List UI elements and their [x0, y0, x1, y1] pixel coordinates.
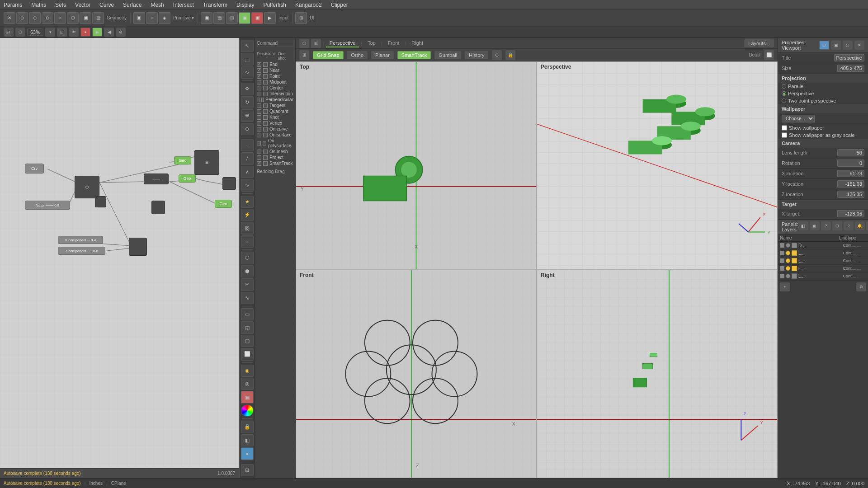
tool-pan[interactable]: ✥ [241, 83, 254, 95]
tool-extend[interactable]: ⤡ [241, 292, 254, 304]
snap-end-oneshot[interactable] [263, 62, 268, 67]
snap-smarttrack-oneshot[interactable] [263, 161, 268, 166]
gh-node-geo2[interactable]: Geo [179, 174, 196, 183]
smart-track-btn[interactable]: SmartTrack [397, 51, 431, 59]
tool-transform[interactable]: ⬡ [241, 252, 254, 264]
tool-curve[interactable]: ∿ [241, 179, 254, 191]
radio-parallel[interactable]: Parallel [778, 83, 868, 90]
tb2-settings[interactable]: ⚙ [116, 28, 126, 37]
menu-mesh[interactable]: Mesh [149, 1, 165, 9]
menu-sets[interactable]: Sets [53, 1, 68, 9]
snap-quadrant-persistent[interactable] [257, 109, 261, 114]
viewport-split-icon[interactable]: ⊞ [311, 39, 321, 48]
tool-zoom[interactable]: ⊕ [241, 109, 254, 122]
tool-grid-icon[interactable]: ⊞ [241, 464, 254, 476]
gumball-btn[interactable]: Gumball [434, 51, 461, 59]
layer-icon-2[interactable]: ▣ [810, 221, 820, 230]
tab-top[interactable]: Top [364, 39, 379, 47]
menu-kangaroo2[interactable]: Kangaroo2 [293, 1, 324, 9]
tab-right[interactable]: Right [408, 39, 427, 47]
layer-icon-5[interactable]: ? [844, 221, 854, 230]
snap-onpolysurface-oneshot[interactable] [263, 141, 267, 145]
xloc-input[interactable] [837, 170, 864, 177]
tb-prim-1[interactable]: ▣ [133, 12, 145, 24]
snap-onmesh-oneshot[interactable] [263, 150, 268, 154]
tb2-rewind[interactable]: ◀ [104, 28, 114, 37]
menu-intersect[interactable]: Intersect [171, 1, 196, 9]
tab-front[interactable]: Front [384, 39, 403, 47]
props-icon-view[interactable]: ⊡ [819, 41, 829, 50]
radio-perspective[interactable]: Perspective [778, 90, 868, 97]
snap-intersection-persistent[interactable] [257, 92, 261, 96]
snap-onsurface[interactable]: On surface [257, 132, 293, 138]
menu-surface[interactable]: Surface [121, 1, 143, 9]
snap-end[interactable]: End [257, 61, 293, 67]
viewport-right[interactable]: Right [537, 270, 778, 478]
wallpaper-choose-select[interactable]: Choose... [782, 115, 815, 122]
tool-array[interactable]: ⬢ [241, 265, 254, 277]
snap-oncurve-oneshot[interactable] [263, 127, 268, 131]
tb-input-red[interactable]: ▣ [251, 12, 263, 24]
snap-knot-persistent[interactable] [257, 115, 261, 120]
snap-midpoint-persistent[interactable] [257, 80, 261, 84]
snap-tangent-oneshot[interactable] [263, 103, 268, 108]
snap-oncurve[interactable]: On curve [257, 126, 293, 132]
snap-onpolysurface-persistent[interactable] [257, 141, 261, 145]
tool-point[interactable]: · [241, 139, 254, 151]
layer-icon-3[interactable]: ? [821, 221, 831, 230]
tb2-eye[interactable]: 👁 [69, 28, 79, 37]
snap-onmesh-persistent[interactable] [257, 150, 261, 154]
props-icon-obj[interactable]: ▣ [831, 41, 841, 50]
snap-near[interactable]: Near [257, 67, 293, 73]
layer-settings[interactable]: ⚙ [866, 221, 868, 230]
snap-knot[interactable]: Knot [257, 114, 293, 120]
radio-parallel-dot[interactable] [782, 84, 786, 89]
layer-row-1[interactable]: L... Conti... ... [778, 249, 868, 257]
gh-node-xcomp[interactable]: X component ─ 0.4 [58, 236, 103, 244]
viewport-tab-icon[interactable]: ⬡ [299, 39, 309, 48]
snap-center-persistent[interactable] [257, 86, 261, 90]
zloc-input[interactable] [837, 191, 864, 198]
tool-trim[interactable]: ✂ [241, 278, 254, 291]
layer-settings-btn[interactable]: ⚙ [856, 282, 866, 291]
gh-node-factor[interactable]: factor ─── 0.8 [25, 201, 70, 210]
snap-center-oneshot[interactable] [263, 86, 268, 90]
gh-node-geo3[interactable]: Geo [215, 200, 232, 208]
radio-perspective-dot[interactable] [782, 91, 786, 96]
snap-quadrant[interactable]: Quadrant [257, 108, 293, 114]
tab-perspective[interactable]: Perspective [326, 39, 359, 47]
tool-hatch[interactable]: ▣ [241, 391, 254, 403]
snap-tangent-persistent[interactable] [257, 103, 261, 108]
tool-select-lasso[interactable]: ∿ [241, 66, 254, 79]
tb2-grasshopper-icon[interactable]: GH [4, 28, 14, 37]
props-icon-mat[interactable]: ◎ [843, 41, 853, 50]
menu-curve[interactable]: Curve [98, 1, 116, 9]
xtarget-input[interactable] [837, 210, 864, 217]
snap-center[interactable]: Center [257, 85, 293, 91]
tb-btn-8[interactable]: ▨ [92, 12, 104, 24]
menu-transform[interactable]: Transform [201, 1, 229, 9]
tool-surface1[interactable]: ▭ [241, 308, 254, 320]
snap-onpolysurface[interactable]: On polysurface [257, 138, 293, 149]
maximize-icon[interactable]: ⬜ [764, 50, 774, 60]
gh-node-cluster2[interactable] [222, 177, 236, 190]
tool-star[interactable]: ★ [241, 196, 254, 208]
tb-btn-6[interactable]: ⬡ [67, 12, 79, 24]
gh-node-node2[interactable]: ─── [144, 174, 169, 184]
tool-rotate-view[interactable]: ↻ [241, 96, 254, 108]
layer-icon-1[interactable]: ◧ [798, 221, 808, 230]
snap-perpendicular-oneshot[interactable] [261, 98, 264, 102]
tb-input-5[interactable]: ▶ [264, 12, 276, 24]
tool-layer[interactable]: ◧ [241, 434, 254, 446]
tb-btn-7[interactable]: ▣ [80, 12, 91, 24]
tool-zoom2[interactable]: ⊖ [241, 123, 254, 135]
tool-sphere[interactable]: ● [241, 447, 254, 460]
tool-magnet[interactable]: ⚡ [241, 209, 254, 221]
planar-btn[interactable]: Planar [371, 51, 394, 59]
menu-params[interactable]: Params [2, 1, 24, 9]
snap-near-persistent[interactable] [257, 68, 261, 73]
snap-end-persistent[interactable] [257, 62, 261, 67]
tb2-zoom-fit[interactable]: ⊡ [57, 28, 67, 37]
history-btn[interactable]: History [465, 51, 488, 59]
add-layer-btn[interactable]: + [780, 282, 790, 291]
